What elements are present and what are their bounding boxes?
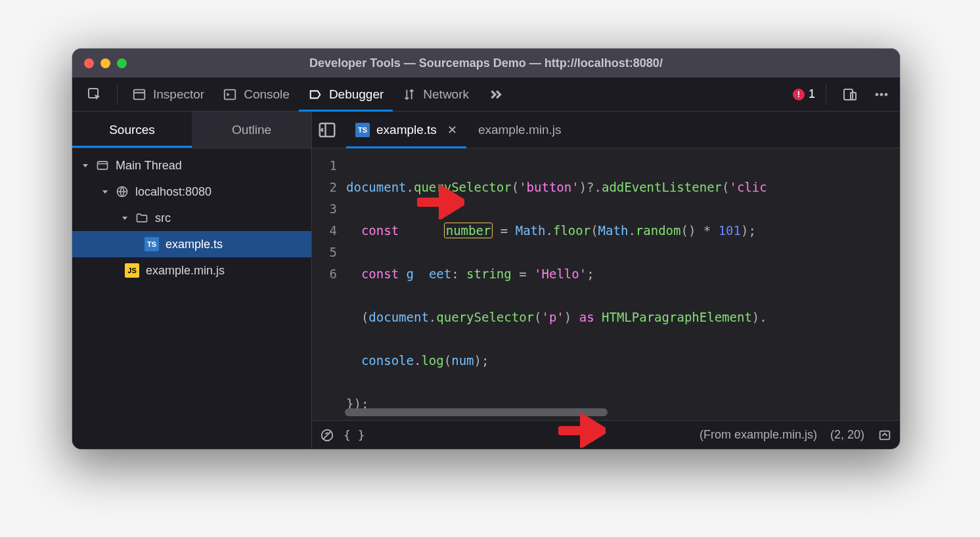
svg-point-8 <box>885 93 887 96</box>
cursor-position: (2, 20) <box>830 428 864 442</box>
caret-down-icon <box>121 214 129 222</box>
line-number: 1 <box>312 155 337 177</box>
window-title: Developer Tools — Sourcemaps Demo — http… <box>72 56 900 70</box>
svg-point-6 <box>876 93 878 96</box>
svg-point-7 <box>880 93 883 96</box>
editor-panel: TS example.ts ✕ example.min.js 1 2 3 4 5… <box>312 112 900 449</box>
svg-rect-3 <box>225 89 236 99</box>
tree-file-minjs-label: example.min.js <box>146 264 225 278</box>
window-icon <box>96 159 109 172</box>
debugger-icon <box>308 87 323 102</box>
line-gutter: 1 2 3 4 5 6 <box>312 148 344 420</box>
tree-main-thread[interactable]: Main Thread <box>72 152 311 179</box>
editor-statusbar: { } (From example.min.js) (2, 20) <box>312 420 900 449</box>
tab-network[interactable]: Network <box>393 77 478 112</box>
folder-icon <box>135 211 148 225</box>
tab-console-label: Console <box>244 87 290 102</box>
sidebar-tab-outline[interactable]: Outline <box>192 112 311 148</box>
sources-sidebar: Sources Outline Main Thread localhost:80… <box>72 112 312 449</box>
sidebar-tab-outline-label: Outline <box>232 123 271 137</box>
meatball-menu-button[interactable] <box>868 77 895 112</box>
caret-down-icon <box>101 188 109 196</box>
separator <box>117 84 118 105</box>
devices-icon <box>842 87 858 102</box>
devtools-toolbar: Inspector Console Debugger Network ! 1 <box>72 77 900 112</box>
type-highlight: number <box>444 223 493 238</box>
code-content: document.querySelector('button')?.addEve… <box>344 148 900 420</box>
error-indicator[interactable]: ! 1 <box>793 87 815 101</box>
tree-host-label: localhost:8080 <box>135 185 212 199</box>
main-body: Sources Outline Main Thread localhost:80… <box>72 112 900 449</box>
horizontal-scrollbar[interactable] <box>345 408 889 416</box>
close-tab-button[interactable]: ✕ <box>447 123 457 137</box>
toolbar-right: ! 1 <box>793 77 895 112</box>
editor-tabs: TS example.ts ✕ example.min.js <box>312 112 900 148</box>
line-number: 4 <box>312 220 337 242</box>
tab-console[interactable]: Console <box>213 77 299 112</box>
globe-icon <box>116 185 129 198</box>
tab-network-label: Network <box>423 87 469 102</box>
pretty-print-button[interactable]: { } <box>344 428 365 442</box>
responsive-mode-button[interactable] <box>837 77 863 112</box>
console-icon <box>223 87 237 102</box>
tab-inspector[interactable]: Inspector <box>123 77 213 112</box>
minimize-window-button[interactable] <box>100 58 110 68</box>
editor-tab-label: example.min.js <box>478 123 562 137</box>
svg-rect-9 <box>98 161 108 169</box>
tree-host[interactable]: localhost:8080 <box>72 179 311 205</box>
caret-down-icon <box>81 161 89 169</box>
more-icon <box>874 87 889 102</box>
line-number: 5 <box>312 242 337 263</box>
map-scopes-icon[interactable] <box>878 428 892 442</box>
separator <box>826 84 826 105</box>
scroll-thumb[interactable] <box>345 408 608 416</box>
maximize-window-button[interactable] <box>117 58 127 68</box>
tab-debugger[interactable]: Debugger <box>299 77 393 112</box>
titlebar: Developer Tools — Sourcemaps Demo — http… <box>72 49 900 77</box>
ts-file-icon: TS <box>355 123 370 137</box>
line-number: 2 <box>312 177 337 198</box>
ts-file-icon: TS <box>145 237 159 251</box>
error-count: 1 <box>809 87 815 101</box>
tree-file-ts-label: example.ts <box>166 238 223 251</box>
sidebar-tabs: Sources Outline <box>72 112 311 148</box>
svg-rect-15 <box>880 431 890 439</box>
line-number: 3 <box>312 198 337 220</box>
tree-file-example-minjs[interactable]: JS example.min.js <box>72 257 311 284</box>
editor-tab-label: example.ts <box>376 123 437 137</box>
js-file-icon: JS <box>125 263 139 278</box>
sidebar-tab-sources[interactable]: Sources <box>72 112 192 148</box>
inspector-icon <box>132 87 146 102</box>
editor-tab-example-ts[interactable]: TS example.ts ✕ <box>346 112 466 148</box>
sourcemap-origin: (From example.min.js) <box>700 428 817 442</box>
tree-folder-src[interactable]: src <box>72 205 311 231</box>
sources-tree: Main Thread localhost:8080 src TS exampl… <box>72 148 311 284</box>
traffic-lights <box>84 58 127 68</box>
tab-inspector-label: Inspector <box>153 87 204 102</box>
line-number: 6 <box>312 263 337 285</box>
svg-rect-4 <box>844 89 853 100</box>
close-window-button[interactable] <box>84 58 94 68</box>
error-icon: ! <box>793 89 805 100</box>
sidebar-tab-sources-label: Sources <box>109 123 155 137</box>
tabs-overflow-button[interactable] <box>478 77 514 112</box>
chevrons-right-icon <box>487 86 504 103</box>
tab-debugger-label: Debugger <box>329 87 384 102</box>
tree-folder-label: src <box>155 211 171 225</box>
picker-icon <box>87 87 102 102</box>
toggle-panel-icon[interactable] <box>317 120 337 140</box>
network-icon <box>402 87 416 102</box>
code-editor[interactable]: 1 2 3 4 5 6 document.querySelector('butt… <box>312 148 900 420</box>
pick-element-button[interactable] <box>78 77 112 112</box>
svg-rect-1 <box>134 89 145 99</box>
tree-main-thread-label: Main Thread <box>116 159 182 173</box>
tree-file-example-ts[interactable]: TS example.ts <box>72 231 311 257</box>
editor-tab-example-minjs[interactable]: example.min.js <box>469 112 571 148</box>
blackbox-icon[interactable] <box>320 428 334 442</box>
devtools-window: Developer Tools — Sourcemaps Demo — http… <box>72 49 900 449</box>
